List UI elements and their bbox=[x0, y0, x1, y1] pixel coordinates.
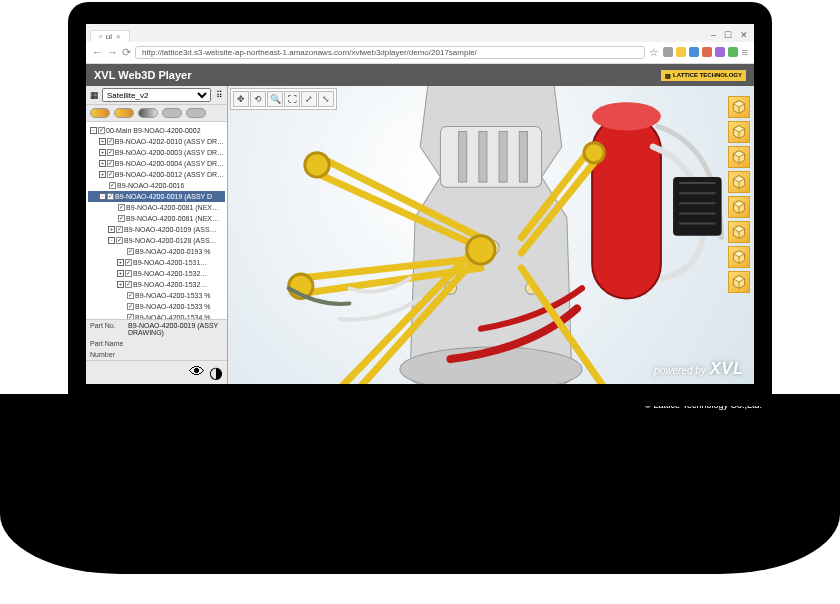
viewport-tool-5[interactable]: ⤡ bbox=[318, 91, 334, 107]
tree-row[interactable]: ✓B9-NOAO-4200-0016 bbox=[88, 180, 225, 191]
extension-icon[interactable] bbox=[702, 47, 712, 57]
opacity-pill[interactable] bbox=[138, 108, 158, 118]
tree-expand-icon[interactable]: + bbox=[117, 259, 124, 266]
view-cube-1[interactable] bbox=[728, 121, 750, 143]
maximize-button[interactable]: ☐ bbox=[724, 30, 732, 40]
forward-button[interactable]: → bbox=[107, 46, 118, 58]
tree-row[interactable]: -✓00-Main B9-NOAO-4200-0002 bbox=[88, 125, 225, 136]
tree-expand-icon[interactable]: + bbox=[99, 138, 106, 145]
extension-icon[interactable] bbox=[715, 47, 725, 57]
svg-rect-2 bbox=[459, 132, 467, 183]
tree-expand-icon[interactable]: - bbox=[99, 193, 106, 200]
tree-checkbox[interactable]: ✓ bbox=[127, 248, 134, 255]
tree-row[interactable]: ✓B9-NOAO-4200-1533 % bbox=[88, 301, 225, 312]
tree-checkbox[interactable]: ✓ bbox=[107, 171, 114, 178]
tree-row[interactable]: +✓B9-NOAO-4200-0003 (ASSY DR… bbox=[88, 147, 225, 158]
svg-rect-4 bbox=[499, 132, 507, 183]
tree-row[interactable]: -✓B9-NOAO-4200-0128 (ASS… bbox=[88, 235, 225, 246]
tree-expand-icon[interactable]: + bbox=[99, 171, 106, 178]
svg-point-19 bbox=[467, 236, 495, 264]
tree-checkbox[interactable]: ✓ bbox=[116, 226, 123, 233]
tree-expand-icon[interactable]: - bbox=[108, 237, 115, 244]
viewport-tool-4[interactable]: ⤢ bbox=[301, 91, 317, 107]
tree-checkbox[interactable]: ✓ bbox=[118, 215, 125, 222]
tree-checkbox[interactable]: ✓ bbox=[98, 127, 105, 134]
tree-row[interactable]: +✓B9-NOAO-4200-0012 (ASSY DR… bbox=[88, 169, 225, 180]
reload-button[interactable]: ⟳ bbox=[122, 46, 131, 59]
browser-tab[interactable]: ▫ ui × bbox=[90, 30, 130, 42]
close-button[interactable]: ✕ bbox=[740, 30, 748, 40]
tree-row[interactable]: +✓B9-NOAO-4202-0010 (ASSY DR… bbox=[88, 136, 225, 147]
extension-icon[interactable] bbox=[676, 47, 686, 57]
tree-checkbox[interactable]: ✓ bbox=[125, 270, 132, 277]
view-cube-6[interactable] bbox=[728, 246, 750, 268]
tree-row[interactable]: ✓B9-NOAO-4200-0081 (NEX… bbox=[88, 213, 225, 224]
tree-label: B9-NOAO-4200-0081 (NEX… bbox=[126, 202, 219, 213]
view-cube-5[interactable] bbox=[728, 221, 750, 243]
tree-expand-icon[interactable]: + bbox=[99, 160, 106, 167]
extension-icon[interactable] bbox=[728, 47, 738, 57]
tree-label: B9-NOAO-4200-1531… bbox=[133, 257, 207, 268]
drag-icon[interactable]: ⠿ bbox=[213, 89, 225, 101]
star-icon[interactable]: ☆ bbox=[649, 46, 659, 59]
opacity-pill[interactable] bbox=[186, 108, 206, 118]
close-icon[interactable]: × bbox=[116, 32, 121, 41]
tree-row[interactable]: -✓B9-NOAO-4200-0019 (ASSY D bbox=[88, 191, 225, 202]
opacity-pill[interactable] bbox=[114, 108, 134, 118]
viewport-tool-2[interactable]: 🔍 bbox=[267, 91, 283, 107]
view-cube-3[interactable] bbox=[728, 171, 750, 193]
model-select[interactable]: Satellite_v2 bbox=[102, 88, 211, 102]
viewport-toolbar: ✥⟲🔍⛶⤢⤡ bbox=[230, 88, 337, 110]
tree-row[interactable]: ✓B9-NOAO-4200-0193 % bbox=[88, 246, 225, 257]
tree-expand-icon[interactable]: + bbox=[117, 270, 124, 277]
url-input[interactable]: http://lattice3d.s3-website-ap-northeast… bbox=[135, 46, 645, 59]
back-button[interactable]: ← bbox=[92, 46, 103, 58]
opacity-pill[interactable] bbox=[162, 108, 182, 118]
opacity-pill[interactable] bbox=[90, 108, 110, 118]
part-no-value: B9-NOAO-4200-0019 (ASSY DRAWING) bbox=[128, 322, 223, 336]
tree-checkbox[interactable]: ✓ bbox=[109, 182, 116, 189]
extension-icon[interactable] bbox=[689, 47, 699, 57]
view-cube-4[interactable] bbox=[728, 196, 750, 218]
tree-checkbox[interactable]: ✓ bbox=[125, 259, 132, 266]
tree-row[interactable]: +✓B9-NOAO-4200-1531… bbox=[88, 257, 225, 268]
tree-checkbox[interactable]: ✓ bbox=[107, 138, 114, 145]
tree-row[interactable]: ✓B9-NOAO-4200-1534 % bbox=[88, 312, 225, 319]
view-cube-0[interactable] bbox=[728, 96, 750, 118]
grid-icon[interactable]: ▦ bbox=[88, 89, 100, 101]
tree-row[interactable]: +✓B9-NOAO-4200-0109 (ASS… bbox=[88, 224, 225, 235]
tree-checkbox[interactable]: ✓ bbox=[118, 204, 125, 211]
part-tree[interactable]: -✓00-Main B9-NOAO-4200-0002+✓B9-NOAO-420… bbox=[86, 122, 227, 319]
tree-row[interactable]: ✓B9-NOAO-4200-0081 (NEX… bbox=[88, 202, 225, 213]
viewport-tool-1[interactable]: ⟲ bbox=[250, 91, 266, 107]
menu-icon[interactable]: ≡ bbox=[742, 46, 748, 58]
tree-expand-icon[interactable]: + bbox=[117, 281, 124, 288]
extension-icon[interactable] bbox=[663, 47, 673, 57]
view-cube-2[interactable] bbox=[728, 146, 750, 168]
tree-row[interactable]: +✓B9-NOAO-4200-1532… bbox=[88, 279, 225, 290]
tree-expand-icon[interactable]: + bbox=[108, 226, 115, 233]
tab-title: ui bbox=[106, 32, 112, 41]
ghost-icon[interactable]: ◑ bbox=[209, 363, 223, 382]
minimize-button[interactable]: – bbox=[711, 30, 716, 40]
window-controls: – ☐ ✕ bbox=[705, 28, 754, 42]
tree-row[interactable]: +✓B9-NOAO-4200-1532… bbox=[88, 268, 225, 279]
tree-checkbox[interactable]: ✓ bbox=[107, 160, 114, 167]
visibility-icon[interactable]: 👁 bbox=[189, 363, 205, 382]
viewport-tool-0[interactable]: ✥ bbox=[233, 91, 249, 107]
tree-expand-icon[interactable]: - bbox=[90, 127, 97, 134]
tree-label: B9-NOAO-4200-0081 (NEX… bbox=[126, 213, 219, 224]
viewport-tool-3[interactable]: ⛶ bbox=[284, 91, 300, 107]
part-name-value bbox=[128, 340, 223, 347]
tree-row[interactable]: +✓B9-NOAO-4200-0004 (ASSY DR… bbox=[88, 158, 225, 169]
tree-checkbox[interactable]: ✓ bbox=[127, 303, 134, 310]
tree-checkbox[interactable]: ✓ bbox=[107, 193, 114, 200]
tree-checkbox[interactable]: ✓ bbox=[116, 237, 123, 244]
tree-expand-icon[interactable]: + bbox=[99, 149, 106, 156]
viewport[interactable]: ✥⟲🔍⛶⤢⤡ powered by XVL bbox=[228, 86, 754, 384]
tree-row[interactable]: ✓B9-NOAO-4200-1533 % bbox=[88, 290, 225, 301]
view-cube-7[interactable] bbox=[728, 271, 750, 293]
tree-checkbox[interactable]: ✓ bbox=[127, 292, 134, 299]
tree-checkbox[interactable]: ✓ bbox=[107, 149, 114, 156]
tree-checkbox[interactable]: ✓ bbox=[125, 281, 132, 288]
